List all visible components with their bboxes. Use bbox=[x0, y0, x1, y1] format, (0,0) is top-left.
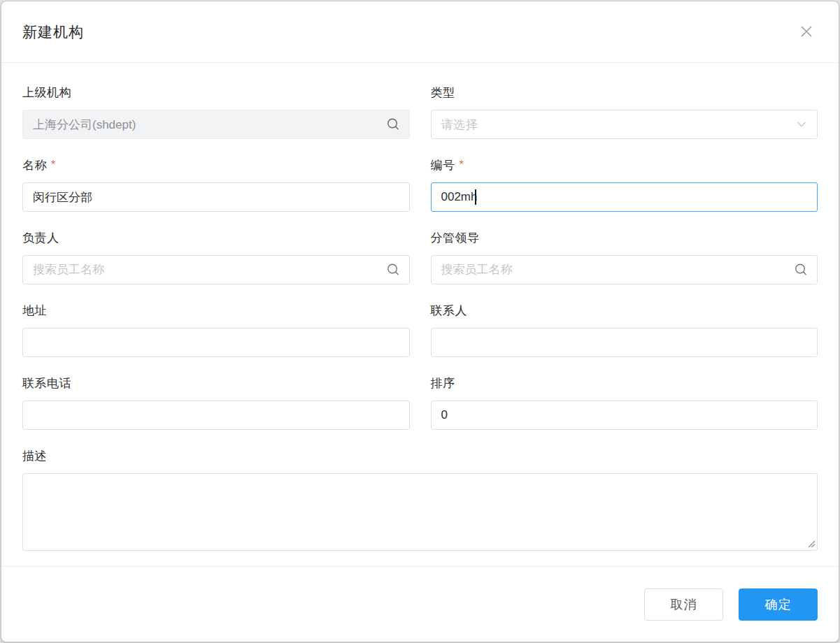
form-row-2: 名称 * 编号 * bbox=[22, 158, 818, 212]
dialog-body: 上级机构 类型 请选择 bbox=[1, 63, 839, 566]
chevron-down-icon bbox=[796, 119, 807, 130]
contact-input[interactable] bbox=[431, 328, 818, 357]
code-label: 编号 * bbox=[431, 158, 818, 172]
required-asterisk: * bbox=[460, 159, 464, 171]
manager-label: 负责人 bbox=[22, 231, 410, 245]
type-select[interactable]: 请选择 bbox=[431, 110, 818, 139]
description-textarea[interactable] bbox=[22, 473, 818, 551]
parent-org-input[interactable] bbox=[22, 110, 410, 139]
dialog-header: 新建机构 bbox=[1, 1, 839, 63]
name-label: 名称 * bbox=[22, 158, 410, 172]
field-leader: 分管领导 bbox=[431, 231, 818, 284]
field-manager: 负责人 bbox=[22, 231, 410, 284]
description-label: 描述 bbox=[22, 449, 818, 463]
close-button[interactable] bbox=[797, 22, 816, 42]
text-caret bbox=[475, 189, 476, 205]
dialog-title: 新建机构 bbox=[22, 22, 84, 42]
phone-input[interactable] bbox=[22, 400, 410, 430]
field-sort: 排序 bbox=[431, 376, 818, 430]
phone-label: 联系电话 bbox=[22, 376, 410, 390]
name-input[interactable] bbox=[22, 182, 410, 212]
form-row-4: 地址 联系人 bbox=[22, 303, 818, 357]
manager-search-input[interactable] bbox=[22, 255, 410, 284]
type-label: 类型 bbox=[431, 85, 818, 99]
field-name: 名称 * bbox=[22, 158, 410, 212]
field-code: 编号 * bbox=[431, 158, 818, 212]
form-row-1: 上级机构 类型 请选择 bbox=[22, 85, 818, 139]
confirm-button[interactable]: 确定 bbox=[739, 588, 818, 621]
search-icon bbox=[387, 118, 400, 131]
cancel-button[interactable]: 取消 bbox=[644, 588, 723, 621]
new-org-dialog: 新建机构 上级机构 类型 bbox=[1, 1, 839, 642]
code-input[interactable] bbox=[431, 182, 818, 212]
type-select-placeholder: 请选择 bbox=[441, 117, 478, 133]
field-description: 描述 bbox=[22, 449, 818, 554]
dialog-footer: 取消 确定 bbox=[1, 566, 839, 642]
leader-search-input[interactable] bbox=[431, 255, 818, 284]
leader-label: 分管领导 bbox=[431, 231, 818, 245]
field-type: 类型 请选择 bbox=[431, 85, 818, 139]
sort-label: 排序 bbox=[431, 376, 818, 390]
field-phone: 联系电话 bbox=[22, 376, 410, 430]
form-row-5: 联系电话 排序 bbox=[22, 376, 818, 430]
form-row-6: 描述 bbox=[22, 449, 818, 554]
required-asterisk: * bbox=[51, 159, 56, 171]
field-contact: 联系人 bbox=[431, 303, 818, 357]
field-parent-org: 上级机构 bbox=[22, 85, 410, 139]
parent-org-label: 上级机构 bbox=[22, 85, 410, 99]
search-icon bbox=[387, 263, 400, 277]
field-address: 地址 bbox=[22, 303, 410, 357]
form-row-3: 负责人 分管领导 bbox=[22, 231, 818, 284]
search-icon bbox=[795, 263, 808, 277]
address-input[interactable] bbox=[22, 328, 410, 357]
address-label: 地址 bbox=[22, 303, 410, 317]
close-icon bbox=[798, 23, 815, 42]
contact-label: 联系人 bbox=[431, 303, 818, 317]
sort-input[interactable] bbox=[431, 400, 818, 430]
